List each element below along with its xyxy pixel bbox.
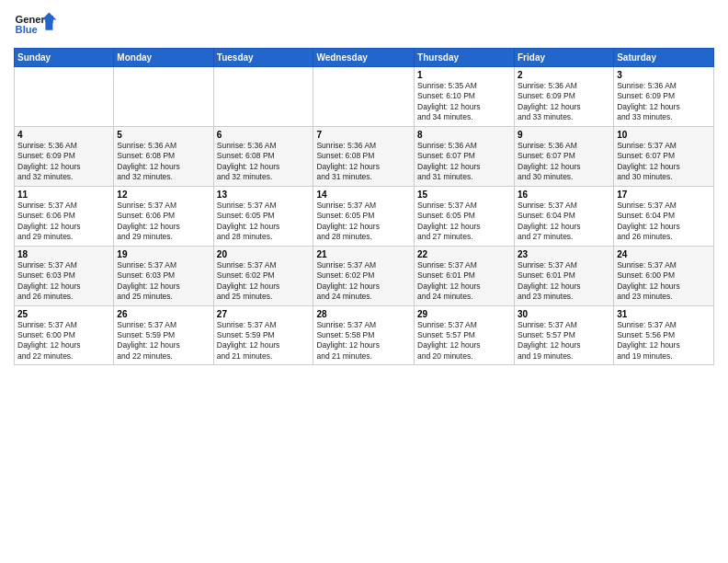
calendar-cell: 10Sunrise: 5:37 AM Sunset: 6:07 PM Dayli… bbox=[614, 126, 714, 186]
week-row-3: 11Sunrise: 5:37 AM Sunset: 6:06 PM Dayli… bbox=[15, 186, 714, 246]
day-number: 24 bbox=[617, 249, 711, 259]
day-info: Sunrise: 5:37 AM Sunset: 6:02 PM Dayligh… bbox=[316, 260, 411, 303]
calendar-cell bbox=[313, 67, 415, 127]
day-number: 20 bbox=[217, 249, 311, 259]
calendar-cell: 2Sunrise: 5:36 AM Sunset: 6:09 PM Daylig… bbox=[515, 67, 614, 127]
day-info: Sunrise: 5:36 AM Sunset: 6:08 PM Dayligh… bbox=[117, 141, 210, 183]
calendar-cell: 30Sunrise: 5:37 AM Sunset: 5:57 PM Dayli… bbox=[515, 305, 614, 365]
calendar-cell: 19Sunrise: 5:37 AM Sunset: 6:03 PM Dayli… bbox=[114, 246, 213, 305]
calendar-cell: 6Sunrise: 5:36 AM Sunset: 6:08 PM Daylig… bbox=[213, 126, 313, 186]
day-info: Sunrise: 5:36 AM Sunset: 6:07 PM Dayligh… bbox=[417, 141, 511, 183]
day-info: Sunrise: 5:37 AM Sunset: 6:02 PM Dayligh… bbox=[217, 260, 311, 303]
calendar-cell: 31Sunrise: 5:37 AM Sunset: 5:56 PM Dayli… bbox=[614, 305, 714, 365]
weekday-header-saturday: Saturday bbox=[614, 49, 714, 67]
calendar-cell bbox=[114, 67, 213, 127]
day-number: 10 bbox=[617, 130, 711, 140]
day-number: 22 bbox=[417, 249, 511, 259]
day-info: Sunrise: 5:37 AM Sunset: 6:01 PM Dayligh… bbox=[518, 260, 610, 303]
calendar-cell: 25Sunrise: 5:37 AM Sunset: 6:00 PM Dayli… bbox=[15, 305, 114, 365]
weekday-header-friday: Friday bbox=[515, 49, 614, 67]
day-number: 8 bbox=[417, 130, 511, 140]
calendar-cell: 4Sunrise: 5:36 AM Sunset: 6:09 PM Daylig… bbox=[15, 126, 114, 186]
day-number: 16 bbox=[518, 190, 610, 200]
day-info: Sunrise: 5:37 AM Sunset: 5:57 PM Dayligh… bbox=[518, 320, 610, 362]
calendar-cell: 14Sunrise: 5:37 AM Sunset: 6:05 PM Dayli… bbox=[313, 186, 415, 246]
day-info: Sunrise: 5:37 AM Sunset: 6:00 PM Dayligh… bbox=[617, 260, 711, 303]
day-number: 27 bbox=[217, 309, 311, 319]
day-number: 19 bbox=[117, 249, 210, 259]
day-number: 9 bbox=[518, 130, 610, 140]
day-number: 25 bbox=[17, 309, 110, 319]
calendar-cell: 3Sunrise: 5:36 AM Sunset: 6:09 PM Daylig… bbox=[614, 67, 714, 127]
week-row-4: 18Sunrise: 5:37 AM Sunset: 6:03 PM Dayli… bbox=[15, 246, 714, 305]
day-info: Sunrise: 5:37 AM Sunset: 5:57 PM Dayligh… bbox=[417, 320, 511, 362]
calendar-cell: 20Sunrise: 5:37 AM Sunset: 6:02 PM Dayli… bbox=[213, 246, 313, 305]
day-info: Sunrise: 5:36 AM Sunset: 6:09 PM Dayligh… bbox=[17, 141, 110, 183]
calendar-cell: 18Sunrise: 5:37 AM Sunset: 6:03 PM Dayli… bbox=[15, 246, 114, 305]
calendar-cell: 27Sunrise: 5:37 AM Sunset: 5:59 PM Dayli… bbox=[213, 305, 313, 365]
day-number: 14 bbox=[316, 190, 411, 200]
weekday-header-sunday: Sunday bbox=[15, 49, 114, 67]
calendar-cell bbox=[213, 67, 313, 127]
header: General Blue bbox=[14, 9, 714, 42]
day-info: Sunrise: 5:36 AM Sunset: 6:07 PM Dayligh… bbox=[518, 141, 610, 183]
day-number: 31 bbox=[617, 309, 711, 319]
weekday-header-monday: Monday bbox=[114, 49, 213, 67]
day-info: Sunrise: 5:37 AM Sunset: 5:58 PM Dayligh… bbox=[316, 320, 411, 362]
day-number: 12 bbox=[117, 190, 210, 200]
day-number: 28 bbox=[316, 309, 411, 319]
weekday-header-wednesday: Wednesday bbox=[313, 49, 415, 67]
day-info: Sunrise: 5:37 AM Sunset: 5:56 PM Dayligh… bbox=[617, 320, 711, 362]
day-number: 23 bbox=[518, 249, 610, 259]
weekday-header-thursday: Thursday bbox=[415, 49, 515, 67]
day-number: 13 bbox=[217, 190, 311, 200]
day-info: Sunrise: 5:37 AM Sunset: 6:06 PM Dayligh… bbox=[117, 201, 210, 243]
calendar-cell: 23Sunrise: 5:37 AM Sunset: 6:01 PM Dayli… bbox=[515, 246, 614, 305]
day-number: 5 bbox=[117, 130, 210, 140]
day-info: Sunrise: 5:37 AM Sunset: 5:59 PM Dayligh… bbox=[117, 320, 210, 362]
day-info: Sunrise: 5:37 AM Sunset: 6:04 PM Dayligh… bbox=[518, 201, 610, 243]
day-info: Sunrise: 5:37 AM Sunset: 6:03 PM Dayligh… bbox=[117, 260, 210, 303]
calendar-table: SundayMondayTuesdayWednesdayThursdayFrid… bbox=[14, 48, 714, 365]
logo-icon: General Blue bbox=[14, 9, 58, 42]
day-number: 1 bbox=[417, 70, 511, 80]
weekday-header-tuesday: Tuesday bbox=[213, 49, 313, 67]
day-info: Sunrise: 5:37 AM Sunset: 6:03 PM Dayligh… bbox=[17, 260, 110, 303]
weekday-header-row: SundayMondayTuesdayWednesdayThursdayFrid… bbox=[15, 49, 714, 67]
day-number: 29 bbox=[417, 309, 511, 319]
day-info: Sunrise: 5:37 AM Sunset: 6:01 PM Dayligh… bbox=[417, 260, 511, 303]
day-info: Sunrise: 5:35 AM Sunset: 6:10 PM Dayligh… bbox=[417, 81, 511, 123]
day-number: 21 bbox=[316, 249, 411, 259]
calendar-cell: 7Sunrise: 5:36 AM Sunset: 6:08 PM Daylig… bbox=[313, 126, 415, 186]
calendar-cell: 17Sunrise: 5:37 AM Sunset: 6:04 PM Dayli… bbox=[614, 186, 714, 246]
calendar-cell: 15Sunrise: 5:37 AM Sunset: 6:05 PM Dayli… bbox=[415, 186, 515, 246]
day-info: Sunrise: 5:37 AM Sunset: 6:06 PM Dayligh… bbox=[17, 201, 110, 243]
calendar-cell: 16Sunrise: 5:37 AM Sunset: 6:04 PM Dayli… bbox=[515, 186, 614, 246]
day-info: Sunrise: 5:36 AM Sunset: 6:09 PM Dayligh… bbox=[518, 81, 610, 123]
calendar-cell: 9Sunrise: 5:36 AM Sunset: 6:07 PM Daylig… bbox=[515, 126, 614, 186]
calendar-cell: 22Sunrise: 5:37 AM Sunset: 6:01 PM Dayli… bbox=[415, 246, 515, 305]
calendar-cell: 13Sunrise: 5:37 AM Sunset: 6:05 PM Dayli… bbox=[213, 186, 313, 246]
day-number: 17 bbox=[617, 190, 711, 200]
calendar-cell: 29Sunrise: 5:37 AM Sunset: 5:57 PM Dayli… bbox=[415, 305, 515, 365]
day-number: 30 bbox=[518, 309, 610, 319]
day-info: Sunrise: 5:37 AM Sunset: 6:04 PM Dayligh… bbox=[617, 201, 711, 243]
calendar-cell: 12Sunrise: 5:37 AM Sunset: 6:06 PM Dayli… bbox=[114, 186, 213, 246]
day-info: Sunrise: 5:37 AM Sunset: 6:05 PM Dayligh… bbox=[217, 201, 311, 243]
calendar-cell: 26Sunrise: 5:37 AM Sunset: 5:59 PM Dayli… bbox=[114, 305, 213, 365]
day-number: 3 bbox=[617, 70, 711, 80]
calendar-cell: 28Sunrise: 5:37 AM Sunset: 5:58 PM Dayli… bbox=[313, 305, 415, 365]
day-number: 18 bbox=[17, 249, 110, 259]
day-number: 2 bbox=[518, 70, 610, 80]
day-info: Sunrise: 5:37 AM Sunset: 5:59 PM Dayligh… bbox=[217, 320, 311, 362]
day-info: Sunrise: 5:36 AM Sunset: 6:09 PM Dayligh… bbox=[617, 81, 711, 123]
day-number: 6 bbox=[217, 130, 311, 140]
day-number: 11 bbox=[17, 190, 110, 200]
day-info: Sunrise: 5:37 AM Sunset: 6:07 PM Dayligh… bbox=[617, 141, 711, 183]
calendar-cell: 11Sunrise: 5:37 AM Sunset: 6:06 PM Dayli… bbox=[15, 186, 114, 246]
week-row-1: 1Sunrise: 5:35 AM Sunset: 6:10 PM Daylig… bbox=[15, 67, 714, 127]
day-info: Sunrise: 5:36 AM Sunset: 6:08 PM Dayligh… bbox=[217, 141, 311, 183]
calendar-cell: 1Sunrise: 5:35 AM Sunset: 6:10 PM Daylig… bbox=[415, 67, 515, 127]
day-info: Sunrise: 5:37 AM Sunset: 6:00 PM Dayligh… bbox=[17, 320, 110, 362]
day-number: 26 bbox=[117, 309, 210, 319]
